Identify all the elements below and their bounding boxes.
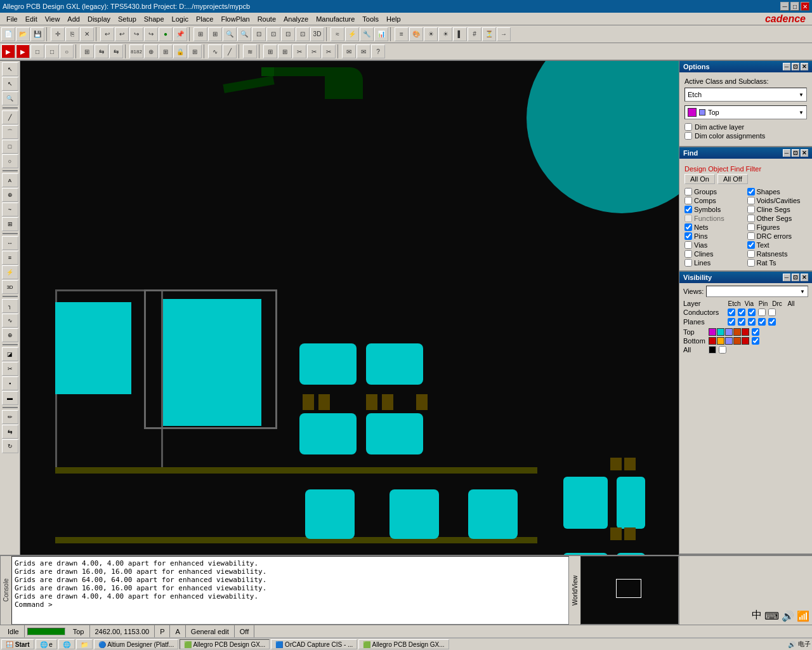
lt-line[interactable]: ╱ [2, 110, 18, 124]
lt-zoom[interactable]: 🔍 [2, 91, 18, 105]
find-vias-cb[interactable] [684, 241, 692, 249]
console-output[interactable]: Grids are drawn 4.00, 4.00 apart for enh… [11, 556, 569, 625]
taskbar-folder[interactable]: 📁 [76, 639, 93, 649]
lt-select2[interactable]: ↖ [2, 77, 18, 91]
pcb-canvas[interactable] [20, 61, 679, 555]
find-close[interactable]: ✕ [801, 149, 808, 157]
tb2-mail2[interactable]: ✉ [357, 44, 370, 58]
tb2-connect[interactable]: ⊞ [188, 44, 202, 58]
menu-analyze[interactable]: Analyze [280, 14, 312, 24]
find-pins-cb[interactable] [684, 232, 692, 240]
find-nets-cb[interactable] [684, 223, 692, 231]
lt-mirror[interactable]: ⇆ [2, 425, 18, 439]
menu-file[interactable]: File [3, 14, 22, 24]
tb-zoom3d[interactable]: 3D [310, 27, 324, 41]
tb-count[interactable]: # [468, 27, 481, 41]
lt-arc[interactable]: ⌒ [2, 125, 18, 139]
start-button[interactable]: 🪟 Start [1, 639, 34, 649]
vis-bottom-all-cb[interactable] [750, 337, 761, 345]
tb2-mirror[interactable]: ⇆ [95, 44, 108, 58]
tb2-box[interactable]: □ [30, 44, 44, 58]
close-button[interactable]: ✕ [801, 2, 809, 11]
tb2-f5[interactable]: ✂ [322, 44, 336, 58]
vis-conductors-drc[interactable] [757, 308, 767, 316]
tb-zoom-in[interactable]: 🔍 [223, 27, 237, 41]
tb2-f3[interactable]: ✂ [292, 44, 306, 58]
tb-copy[interactable]: ⎘ [65, 27, 79, 41]
find-clinesegs-cb[interactable] [747, 206, 755, 213]
tb2-mirror2[interactable]: ⇆ [109, 44, 123, 58]
lt-rect[interactable]: □ [2, 140, 18, 154]
taskbar-altium[interactable]: 🔵 Altium Designer (Platf... [94, 639, 178, 649]
all-on-button[interactable]: All On [684, 174, 715, 184]
tb-bar[interactable]: ▌ [453, 27, 467, 41]
lt-cut[interactable]: ✂ [2, 362, 18, 376]
menu-add[interactable]: Add [63, 14, 84, 24]
tb-sun[interactable]: ☀ [424, 27, 438, 41]
vis-conductors-pin[interactable] [747, 308, 757, 316]
find-voids-cb[interactable] [747, 197, 755, 204]
lt-circle[interactable]: ○ [2, 154, 18, 168]
views-dropdown[interactable]: ▼ [706, 286, 808, 297]
taskbar-allegro1[interactable]: 🟩 Allegro PCB Design GX... [180, 639, 270, 649]
lt-select[interactable]: ↖ [2, 62, 18, 76]
options-minimize[interactable]: ─ [783, 63, 790, 70]
menu-manufacture[interactable]: Manufacture [312, 14, 358, 24]
tb2-circle[interactable]: ○ [60, 44, 74, 58]
find-clines-cb[interactable] [684, 250, 692, 258]
menu-flowplan[interactable]: FlowPlan [217, 14, 253, 24]
lt-measure[interactable]: ↔ [2, 236, 18, 250]
find-figures-cb[interactable] [747, 223, 755, 231]
tb-undo2[interactable]: ↩ [115, 27, 129, 41]
menu-tools[interactable]: Tools [358, 14, 383, 24]
tb2-help[interactable]: ? [371, 44, 385, 58]
lt-drc[interactable]: ⚡ [2, 265, 18, 279]
class-dropdown[interactable]: Etch ▼ [684, 88, 807, 102]
find-symbols-cb[interactable] [684, 206, 692, 213]
tb-redo[interactable]: ↪ [129, 27, 143, 41]
tb-undo[interactable]: ↩ [100, 27, 114, 41]
tb-layers[interactable]: ≡ [395, 27, 409, 41]
tb-reports[interactable]: 📊 [374, 27, 388, 41]
tb2-f1[interactable]: ⊞ [263, 44, 277, 58]
lt-via[interactable]: ⊕ [2, 188, 18, 202]
menu-logic[interactable]: Logic [168, 14, 192, 24]
tb-crosshair[interactable]: ✛ [51, 27, 65, 41]
menu-edit[interactable]: Edit [22, 14, 41, 24]
vis-planes-pin[interactable] [747, 318, 757, 326]
menu-place[interactable]: Place [192, 14, 218, 24]
find-ratts-cb[interactable] [747, 259, 755, 267]
menu-shape[interactable]: Shape [140, 14, 168, 24]
options-float[interactable]: ⊡ [792, 63, 799, 70]
tb-property[interactable]: 🔧 [360, 27, 374, 41]
tb2-text[interactable]: 8182 [129, 44, 143, 58]
lt-3d[interactable]: 3D [2, 280, 18, 294]
lt-route[interactable]: ╮ [2, 299, 18, 313]
tb-check[interactable]: ● [159, 27, 173, 41]
tb-grid2[interactable]: ⊞ [208, 27, 222, 41]
find-othersegs-cb[interactable] [747, 215, 755, 222]
tb-zoom-prev[interactable]: ⊡ [281, 27, 295, 41]
visibility-float[interactable]: ⊡ [792, 274, 799, 281]
find-minimize[interactable]: ─ [783, 149, 790, 157]
find-groups-cb[interactable] [684, 188, 692, 196]
tb2-grid[interactable]: ⊞ [159, 44, 173, 58]
dim-active-layer-checkbox[interactable] [684, 123, 692, 131]
tb-zoom-fit[interactable]: ⊡ [252, 27, 266, 41]
vis-planes-via[interactable] [737, 318, 747, 326]
tb2-comp[interactable]: ⊞ [80, 44, 94, 58]
tb2-pin[interactable]: ⊕ [144, 44, 158, 58]
tb2-net[interactable]: ≋ [243, 44, 257, 58]
tb-delete[interactable]: ✕ [80, 27, 94, 41]
find-drc-cb[interactable] [747, 232, 755, 240]
lt-flood[interactable]: ▬ [2, 391, 18, 405]
vis-conductors-via[interactable] [737, 308, 747, 316]
lt-prop[interactable]: ≡ [2, 251, 18, 265]
tb-new[interactable]: 📄 [1, 27, 15, 41]
vis-planes-etch[interactable] [726, 318, 737, 326]
all-off-button[interactable]: All Off [717, 174, 748, 184]
menu-view[interactable]: View [41, 14, 64, 24]
find-shapes-cb[interactable] [747, 188, 755, 196]
find-lines-cb[interactable] [684, 259, 692, 267]
find-functions-cb[interactable] [684, 215, 692, 222]
